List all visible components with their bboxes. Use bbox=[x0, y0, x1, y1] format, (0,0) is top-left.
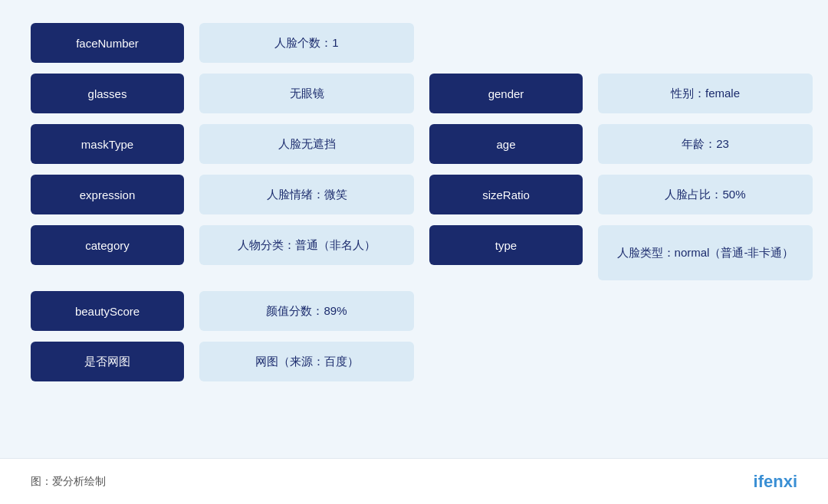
val-glasses: 无眼镜 bbox=[199, 74, 414, 113]
val-gender: 性别：female bbox=[598, 74, 813, 113]
key-category: category bbox=[31, 225, 184, 265]
val-sizeRatio: 人脸占比：50% bbox=[598, 175, 813, 214]
val-beautyScore: 颜值分数：89% bbox=[199, 291, 414, 331]
val-age: 年龄：23 bbox=[598, 124, 813, 164]
key-isWebImage: 是否网图 bbox=[31, 342, 184, 381]
val-isWebImage: 网图（来源：百度） bbox=[199, 342, 414, 381]
val-maskType: 人脸无遮挡 bbox=[199, 124, 414, 164]
val-type: 人脸类型：normal（普通-非卡通） bbox=[598, 225, 813, 280]
logo-text: ifenxi bbox=[754, 472, 797, 491]
key-glasses: glasses bbox=[31, 74, 184, 113]
key-beautyScore: beautyScore bbox=[31, 291, 184, 331]
key-faceNumber: faceNumber bbox=[31, 23, 184, 63]
data-grid: faceNumber 人脸个数：1 glasses 无眼镜 gender 性别：… bbox=[31, 23, 797, 381]
key-expression: expression bbox=[31, 175, 184, 214]
key-maskType: maskType bbox=[31, 124, 184, 164]
val-category: 人物分类：普通（非名人） bbox=[199, 225, 414, 265]
key-sizeRatio: sizeRatio bbox=[429, 175, 583, 214]
key-age: age bbox=[429, 124, 583, 164]
val-expression: 人脸情绪：微笑 bbox=[199, 175, 414, 214]
main-content: faceNumber 人脸个数：1 glasses 无眼镜 gender 性别：… bbox=[0, 0, 828, 458]
key-gender: gender bbox=[429, 74, 583, 113]
footer: 图：爱分析绘制 ifenxi bbox=[0, 458, 828, 504]
key-type: type bbox=[429, 225, 583, 265]
footer-caption: 图：爱分析绘制 bbox=[31, 475, 106, 489]
footer-logo: ifenxi bbox=[754, 472, 797, 492]
val-faceNumber: 人脸个数：1 bbox=[199, 23, 414, 63]
